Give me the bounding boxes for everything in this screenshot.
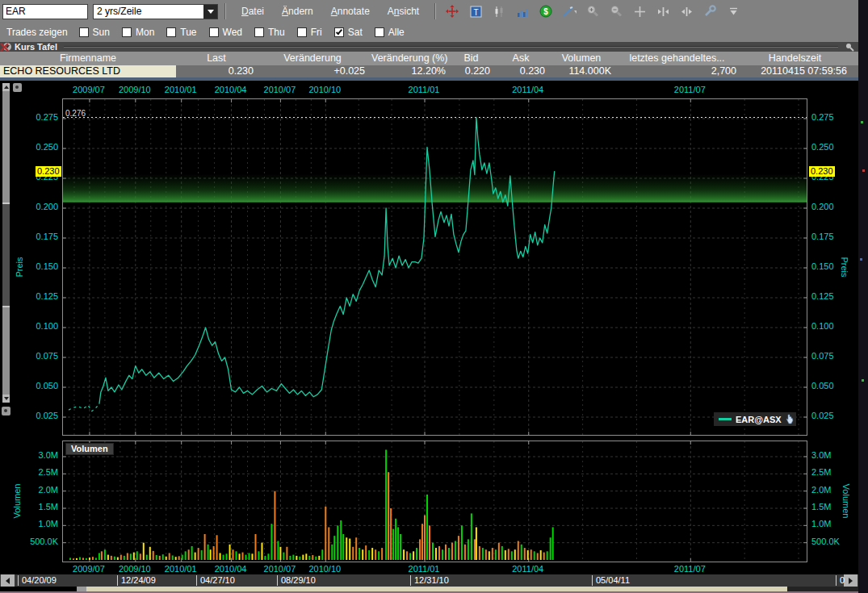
period-select[interactable]: 2 yrs/Zeile [93,4,218,19]
time-label-bottom-6: 2011/01 [403,564,445,574]
column-header-8[interactable]: Handelszeit [740,52,850,65]
menu-ansicht[interactable]: Ansicht [388,6,419,17]
checkbox-mon[interactable]: Mon [122,27,154,38]
filter-dropdown-icon[interactable] [725,3,741,19]
thu-checkbox-box[interactable] [254,27,264,37]
kurs-tafel-header: Kurs Tafel [0,42,858,52]
price-tick-label-right-1: 0.250 [811,142,834,152]
fri-checkbox-box[interactable] [297,27,307,37]
series-symbol-label: EAR@ASX [736,415,782,424]
dollar-icon[interactable]: $ [538,3,554,19]
menu-annotate[interactable]: Annotate [331,6,370,17]
move-tool-icon[interactable] [444,3,460,19]
volume-chart-canvas[interactable] [63,441,807,562]
quote-table-row[interactable]: ECHO RESOURCES LTD0.230+0.02512.20%0.220… [0,65,858,77]
column-header-4[interactable]: Bid [449,52,493,65]
price-tick-label-right-10: 0.025 [811,411,834,420]
checkbox-sun[interactable]: Sun [79,27,110,38]
price-plot[interactable]: 0.276 EAR@ASX [62,98,807,436]
crosshair-icon[interactable] [631,3,648,19]
zoom-in-icon[interactable] [585,3,601,19]
checkbox-sat[interactable]: Sat [334,27,363,38]
price-tick-label-left-3: 0.200 [0,202,58,211]
checkbox-alle[interactable]: Alle [375,27,405,38]
sat-checkbox-box[interactable] [334,27,344,37]
cell-value-4: 0.220 [449,65,493,77]
scroll-date-0: 04/20/09 [18,575,57,586]
scroll-left-icon[interactable] [1,574,15,587]
scroll-date-1: 12/24/09 [117,575,156,586]
zoom-out-icon[interactable] [608,3,624,19]
current-price-label-right: 0.230 [809,166,835,177]
panel-rule [64,46,838,48]
price-tick-label-right-8: 0.075 [811,351,834,361]
time-label-top-0: 2009/07 [68,85,110,94]
wed-checkbox-label: Wed [223,27,242,38]
tue-checkbox-box[interactable] [166,27,176,37]
sat-checkbox-label: Sat [348,27,363,38]
fri-checkbox-label: Fri [311,27,322,38]
volume-tick-label-right-3: 1.5M [811,502,831,512]
column-header-1[interactable]: Last [176,52,257,65]
alle-checkbox-label: Alle [388,27,405,38]
column-header-0[interactable]: Firmenname [0,52,176,65]
scroll-down-icon[interactable] [2,395,10,403]
checkbox-tue[interactable]: Tue [166,27,196,38]
price-chart-canvas[interactable] [63,99,807,435]
background-window-sliver [858,0,868,593]
cell-value-6: 114.000K [548,65,614,77]
pin-panel-icon[interactable] [845,42,854,52]
sun-checkbox-box[interactable] [79,27,89,37]
time-label-bottom-4: 2010/07 [258,564,300,574]
high-price-label: 0.276 [65,109,86,118]
pin-axis-icon[interactable] [13,83,22,92]
scroll-date-4: 12/31/10 [410,575,449,586]
scroll-right-icon[interactable] [844,574,858,587]
cell-value-1: 0.230 [176,65,257,77]
trendline-tool-icon[interactable] [561,3,577,19]
trades-filter-row: Trades zeigen SunMonTueWedThuFriSatAlle [0,23,858,42]
cell-value-2: +0.025 [257,65,368,77]
time-label-bottom-3: 2010/04 [210,564,252,574]
series-legend[interactable]: EAR@ASX [714,412,796,426]
mon-checkbox-box[interactable] [122,27,132,37]
text-tool-icon[interactable]: T [468,3,484,19]
compress-horizontal-icon[interactable] [678,3,694,19]
close-panel-icon[interactable] [0,43,9,52]
price-tick-label-right-0: 0.275 [811,112,834,122]
price-tick-label-left-4: 0.175 [0,232,58,241]
symbol-input[interactable] [2,4,88,19]
sun-checkbox-label: Sun [93,27,110,38]
chevron-down-icon[interactable] [203,5,217,19]
time-label-bottom-8: 2011/07 [669,564,711,574]
mini-bar-chart-icon[interactable] [514,3,530,19]
quote-table-header: FirmennameLastVeränderungVeränderung (%)… [0,52,858,65]
wed-checkbox-box[interactable] [209,27,219,37]
scroll-up-icon[interactable] [2,83,10,91]
alle-checkbox-box[interactable] [375,27,384,37]
price-tick-label-left-6: 0.125 [0,291,58,301]
main-toolbar: 2 yrs/Zeile DateiÄndernAnnotateAnsicht T… [0,0,858,23]
toolbar-separator [224,3,226,19]
scroll-date-2: 04/27/10 [196,575,235,586]
price-tick-label-right-4: 0.175 [811,232,834,241]
column-header-5[interactable]: Ask [493,52,548,65]
checkbox-thu[interactable]: Thu [254,27,285,38]
expand-horizontal-icon[interactable] [655,3,671,19]
column-header-3[interactable]: Veränderung (%) [368,52,449,65]
checkbox-fri[interactable]: Fri [297,27,322,38]
menu-aendern[interactable]: Ändern [282,6,313,17]
wrench-icon[interactable] [702,3,718,19]
volume-tick-label-right-0: 3.0M [811,450,831,460]
scroll-date-3: 08/29/10 [277,575,316,586]
candlestick-chart-icon[interactable] [491,3,507,19]
time-label-top-3: 2010/04 [210,85,252,94]
column-header-7[interactable]: letztes gehandeltes... [614,52,740,65]
menu-datei[interactable]: Datei [241,6,264,17]
volume-plot[interactable]: Volumen [62,441,807,562]
column-header-6[interactable]: Volumen [548,52,614,65]
volume-tick-label-right-1: 2.5M [811,467,831,477]
checkbox-wed[interactable]: Wed [209,27,242,38]
column-header-2[interactable]: Veränderung [257,52,368,65]
time-range-scrollbar[interactable]: 04/20/0912/24/0904/27/1008/29/1012/31/10… [0,574,858,587]
